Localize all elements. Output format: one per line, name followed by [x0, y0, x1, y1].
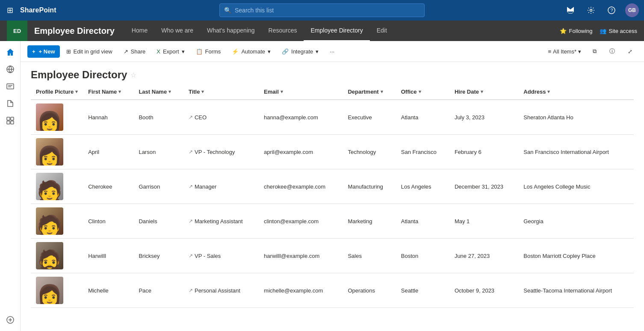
- open-record-icon[interactable]: ↗: [189, 114, 193, 120]
- new-button[interactable]: + + New: [27, 45, 60, 58]
- site-nav-edit[interactable]: Edit: [370, 21, 394, 41]
- sort-icon-lastname: ▾: [168, 89, 171, 95]
- integrate-label: Integrate: [291, 48, 313, 55]
- edit-grid-label: Edit in grid view: [74, 48, 112, 55]
- chat-icon-btn[interactable]: [564, 3, 577, 17]
- sort-icon-email: ▾: [281, 89, 283, 95]
- cell-title: ↗Marketing Assistant: [183, 204, 259, 239]
- sidebar-news-icon[interactable]: [3, 79, 18, 94]
- sidebar-home-icon[interactable]: [3, 44, 18, 60]
- user-avatar[interactable]: GB: [625, 3, 639, 17]
- open-record-icon[interactable]: ↗: [189, 183, 193, 189]
- cell-title: ↗VP - Sales: [183, 239, 259, 273]
- cell-lastName: Pace: [133, 273, 183, 308]
- site-nav-who-we-are[interactable]: Who we are: [154, 21, 200, 41]
- forms-button[interactable]: 📋 Forms: [191, 45, 226, 58]
- help-icon-btn[interactable]: ?: [605, 3, 618, 17]
- col-header-lastname[interactable]: Last Name ▾: [133, 84, 183, 100]
- page-title: Employee Directory: [31, 69, 127, 81]
- view-label: All Items*: [553, 48, 576, 55]
- cell-hireDate: May 1: [449, 204, 518, 239]
- cell-profile-pic: 👩: [31, 273, 83, 308]
- toolbar-right: ≡ All Items* ▾ ⧉ ⓘ ⤢: [545, 44, 638, 58]
- cell-firstName: Hannah: [83, 100, 133, 135]
- search-input[interactable]: [235, 7, 420, 14]
- site-access-button[interactable]: 👥 Site access: [600, 28, 637, 34]
- cell-email: clinton@example.com: [259, 204, 343, 239]
- sidebar-files-icon[interactable]: [3, 96, 18, 111]
- cell-hireDate: June 27, 2023: [449, 239, 518, 273]
- cell-office: San Francisco: [396, 135, 449, 169]
- share-icon: ↗: [124, 48, 128, 55]
- col-header-office[interactable]: Office ▾: [396, 84, 449, 100]
- svg-text:?: ?: [611, 8, 613, 13]
- view-selector[interactable]: ≡ All Items* ▾: [545, 47, 585, 56]
- list-icon: ≡: [548, 48, 552, 55]
- cell-profile-pic: 🧑: [31, 169, 83, 204]
- expand-button[interactable]: ⤢: [623, 45, 637, 58]
- cell-lastName: Daniels: [133, 204, 183, 239]
- col-header-email[interactable]: Email ▾: [259, 84, 343, 100]
- more-button[interactable]: ···: [325, 45, 339, 58]
- svg-point-0: [590, 9, 592, 12]
- settings-icon-btn[interactable]: [584, 3, 598, 17]
- site-nav-home[interactable]: Home: [125, 21, 154, 41]
- integrate-button[interactable]: 🔗 Integrate ▾: [277, 45, 323, 58]
- following-button[interactable]: ⭐ Following: [560, 28, 593, 34]
- export-label: Export: [163, 48, 179, 55]
- cell-hireDate: December 31, 2023: [449, 169, 518, 204]
- cell-office: Los Angeles: [396, 169, 449, 204]
- col-header-address[interactable]: Address ▾: [518, 84, 634, 100]
- col-header-title[interactable]: Title ▾: [183, 84, 259, 100]
- table-row[interactable]: 🧔HarwilllBricksey↗VP - Salesharwilll@exa…: [31, 239, 634, 273]
- cell-office: Seattle: [396, 273, 449, 308]
- sort-icon-title: ▾: [201, 89, 204, 95]
- cell-address: San Francisco International Airport: [518, 135, 634, 169]
- edit-grid-button[interactable]: ⊞ Edit in grid view: [62, 45, 117, 58]
- export-button[interactable]: X Export ▾: [152, 45, 189, 58]
- automate-icon: ⚡: [232, 48, 239, 55]
- col-header-hiredate[interactable]: Hire Date ▾: [449, 84, 518, 100]
- col-header-profile[interactable]: Profile Picture ▾: [31, 84, 83, 100]
- site-nav-whats-happening[interactable]: What's happening: [200, 21, 262, 41]
- table-row[interactable]: 👩HannahBooth↗CEOhanna@example.comExecuti…: [31, 100, 634, 135]
- col-header-firstname[interactable]: First Name ▾: [83, 84, 133, 100]
- filter-button[interactable]: ⧉: [588, 45, 601, 58]
- automate-button[interactable]: ⚡ Automate ▾: [227, 45, 275, 58]
- left-sidebar: [0, 41, 21, 331]
- table-header-row: Profile Picture ▾ First Name ▾: [31, 84, 634, 100]
- table-row[interactable]: 🧑ClintonDaniels↗Marketing Assistantclint…: [31, 204, 634, 239]
- open-record-icon[interactable]: ↗: [189, 149, 193, 155]
- cell-email: april@example.com: [259, 135, 343, 169]
- sidebar-add-icon[interactable]: [3, 312, 18, 328]
- forms-label: Forms: [205, 48, 221, 55]
- favorite-star-icon[interactable]: ☆: [130, 71, 136, 79]
- share-button[interactable]: ↗ Share: [119, 45, 151, 58]
- open-record-icon[interactable]: ↗: [189, 218, 193, 224]
- site-access-label: Site access: [609, 28, 637, 34]
- table-row[interactable]: 👩AprilLarson↗VP - Technologyapril@exampl…: [31, 135, 634, 169]
- table-container: Profile Picture ▾ First Name ▾: [21, 84, 644, 308]
- table-row[interactable]: 👩MichellePace↗Personal Assistantmichelle…: [31, 273, 634, 308]
- site-nav-resources[interactable]: Resources: [262, 21, 304, 41]
- cell-profile-pic: 🧔: [31, 239, 83, 273]
- cell-profile-pic: 👩: [31, 135, 83, 169]
- cell-firstName: Michelle: [83, 273, 133, 308]
- site-name: Employee Directory: [34, 26, 115, 36]
- employee-table: Profile Picture ▾ First Name ▾: [31, 84, 634, 308]
- col-header-department[interactable]: Department ▾: [343, 84, 396, 100]
- sidebar-lists-icon[interactable]: [3, 113, 18, 128]
- table-row[interactable]: 🧑CherokeeGarrison↗Managercherokee@exampl…: [31, 169, 634, 204]
- sidebar-globe-icon[interactable]: [3, 62, 18, 77]
- cell-firstName: Cherokee: [83, 169, 133, 204]
- sort-icon-hiredate: ▾: [481, 89, 483, 95]
- open-record-icon[interactable]: ↗: [189, 287, 193, 293]
- site-nav-employee-directory[interactable]: Employee Directory: [304, 21, 369, 41]
- cell-department: Manufacturing: [343, 169, 396, 204]
- svg-rect-5: [7, 117, 10, 120]
- site-nav-right: ⭐ Following 👥 Site access: [560, 28, 637, 34]
- star-filled-icon: ⭐: [560, 28, 567, 34]
- open-record-icon[interactable]: ↗: [189, 253, 193, 259]
- info-button[interactable]: ⓘ: [605, 44, 620, 58]
- waffle-icon[interactable]: ⊞: [5, 4, 15, 17]
